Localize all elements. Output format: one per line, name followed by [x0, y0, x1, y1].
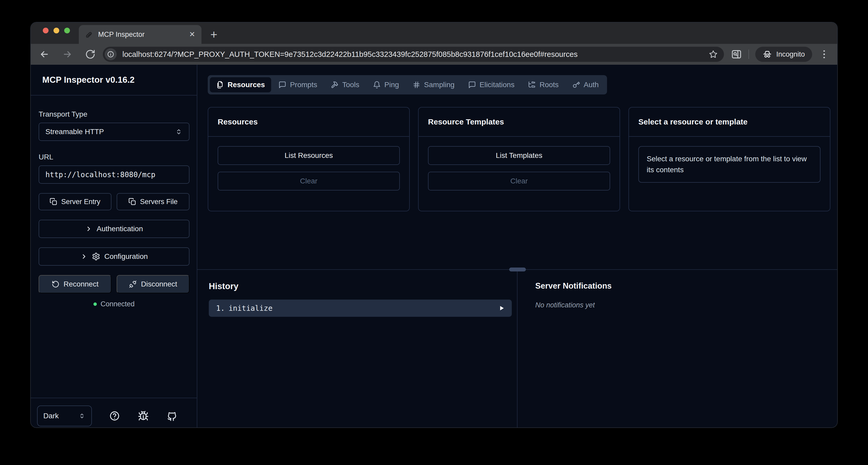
zoom-window-button[interactable]: [64, 28, 70, 33]
servers-file-label: Servers File: [140, 198, 178, 206]
history-item[interactable]: 1. initialize: [209, 300, 512, 317]
tab-elicitations[interactable]: Elicitations: [462, 77, 521, 92]
tab-label: Sampling: [424, 81, 455, 89]
split-drag-handle[interactable]: [509, 268, 526, 271]
resource-detail-panel: Select a resource or template Select a r…: [628, 107, 830, 211]
incognito-label: Incognito: [776, 50, 805, 58]
history-title: History: [209, 281, 512, 291]
mcp-inspector-app: MCP Inspector v0.16.2 Transport Type Str…: [31, 65, 837, 427]
chevron-right-icon: [85, 225, 92, 232]
history-item-index: 1.: [216, 304, 225, 313]
notifications-empty-text: No notifications yet: [535, 301, 837, 309]
url-text[interactable]: localhost:6274/?MCP_PROXY_AUTH_TOKEN=9e7…: [122, 50, 706, 59]
tab-title: MCP Inspector: [98, 31, 145, 39]
forward-icon[interactable]: [62, 49, 73, 60]
tab-tools[interactable]: Tools: [324, 77, 365, 92]
expand-play-icon[interactable]: [499, 305, 504, 311]
tab-prompts[interactable]: Prompts: [272, 77, 323, 92]
sidebar-footer: Dark: [31, 398, 197, 427]
tab-label: Tools: [342, 81, 359, 89]
tab-sampling[interactable]: Sampling: [406, 77, 461, 92]
tab-label: Elicitations: [480, 81, 515, 89]
tab-label: Resources: [227, 81, 265, 89]
tab-roots[interactable]: Roots: [522, 77, 565, 92]
sidebar-header: MCP Inspector v0.16.2: [31, 65, 197, 95]
browser-window: MCP Inspector ✕ + localhost:6274/?MCP_PR…: [31, 23, 837, 427]
detail-placeholder: Select a resource or template from the l…: [638, 146, 820, 183]
files-icon: [216, 81, 224, 89]
transport-type-select[interactable]: Streamable HTTP: [39, 123, 189, 141]
chevron-right-icon: [81, 253, 88, 260]
configuration-label: Configuration: [104, 252, 148, 261]
tab-resources[interactable]: Resources: [210, 77, 271, 92]
resources-view: Resources Prompts Tools Ping: [197, 65, 837, 269]
desktop: MCP Inspector ✕ + localhost:6274/?MCP_PR…: [0, 0, 868, 465]
main-content: Resources Prompts Tools Ping: [197, 65, 837, 427]
hammer-icon: [331, 81, 339, 89]
disconnect-button[interactable]: Disconnect: [117, 275, 189, 293]
server-entry-button[interactable]: Server Entry: [39, 193, 112, 210]
tab-label: Prompts: [290, 81, 317, 89]
tab-close-icon[interactable]: ✕: [189, 31, 195, 38]
copy-buttons-row: Server Entry Servers File: [39, 193, 189, 210]
folder-tree-icon: [528, 81, 536, 89]
resources-panel: Resources List Resources Clear: [208, 107, 410, 211]
servers-file-button[interactable]: Servers File: [117, 193, 189, 210]
mcp-logo-favicon: [85, 30, 93, 39]
detail-panel-title: Select a resource or template: [638, 117, 748, 126]
minimize-window-button[interactable]: [54, 28, 59, 33]
site-info-icon[interactable]: [105, 48, 117, 60]
bug-icon[interactable]: [137, 410, 149, 422]
theme-value: Dark: [43, 412, 59, 420]
back-icon[interactable]: [39, 49, 50, 60]
history-pane: History 1. initialize: [197, 270, 518, 427]
url-label: URL: [39, 153, 189, 161]
list-templates-button[interactable]: List Templates: [428, 146, 610, 165]
side-panel-search-icon[interactable]: [731, 49, 742, 60]
authentication-toggle[interactable]: Authentication: [39, 220, 189, 238]
message-square-icon: [278, 81, 286, 89]
rotate-ccw-icon: [52, 280, 60, 288]
new-tab-button[interactable]: +: [210, 29, 217, 40]
server-url-input[interactable]: http://localhost:8080/mcp: [39, 165, 189, 184]
browser-menu-icon[interactable]: [819, 50, 829, 58]
github-icon[interactable]: [166, 410, 178, 422]
server-entry-label: Server Entry: [61, 198, 100, 206]
reload-icon[interactable]: [85, 49, 96, 60]
message-square-icon: [468, 81, 476, 89]
templates-panel-title: Resource Templates: [428, 117, 504, 126]
sidebar: MCP Inspector v0.16.2 Transport Type Str…: [31, 65, 197, 427]
sidebar-body: Transport Type Streamable HTTP URL http:…: [31, 95, 197, 308]
chevron-up-down-icon: [78, 412, 86, 420]
theme-select[interactable]: Dark: [37, 405, 92, 426]
help-icon[interactable]: [108, 410, 121, 422]
bottom-split: History 1. initialize Server Notificatio…: [197, 269, 837, 427]
gear-icon: [92, 252, 100, 261]
tab-label: Roots: [539, 81, 558, 89]
bookmark-star-icon[interactable]: [709, 50, 718, 59]
resource-templates-panel: Resource Templates List Templates Clear: [418, 107, 620, 211]
tab-ping[interactable]: Ping: [367, 77, 405, 92]
browser-tab-mcp-inspector[interactable]: MCP Inspector ✕: [79, 25, 202, 44]
notifications-title: Server Notifications: [535, 281, 837, 291]
copy-icon: [50, 198, 57, 206]
clear-templates-button[interactable]: Clear: [428, 172, 610, 190]
authentication-label: Authentication: [97, 225, 143, 233]
reconnect-button[interactable]: Reconnect: [39, 275, 112, 293]
list-resources-button[interactable]: List Resources: [218, 146, 400, 165]
disconnect-label: Disconnect: [141, 280, 177, 288]
chevron-up-down-icon: [175, 128, 183, 136]
close-window-button[interactable]: [43, 28, 49, 33]
address-bar[interactable]: localhost:6274/?MCP_PROXY_AUTH_TOKEN=9e7…: [103, 47, 724, 62]
browser-toolbar: localhost:6274/?MCP_PROXY_AUTH_TOKEN=9e7…: [31, 44, 837, 65]
hash-icon: [412, 81, 421, 89]
tab-label: Ping: [384, 81, 399, 89]
key-icon: [572, 81, 580, 89]
browser-tabstrip: MCP Inspector ✕ +: [31, 23, 837, 44]
configuration-toggle[interactable]: Configuration: [39, 247, 189, 266]
resources-panel-title: Resources: [218, 117, 257, 126]
toolbar-right: Incognito: [731, 47, 829, 62]
clear-resources-button[interactable]: Clear: [218, 172, 400, 190]
connection-status: Connected: [39, 300, 189, 308]
tab-auth[interactable]: Auth: [566, 77, 605, 92]
